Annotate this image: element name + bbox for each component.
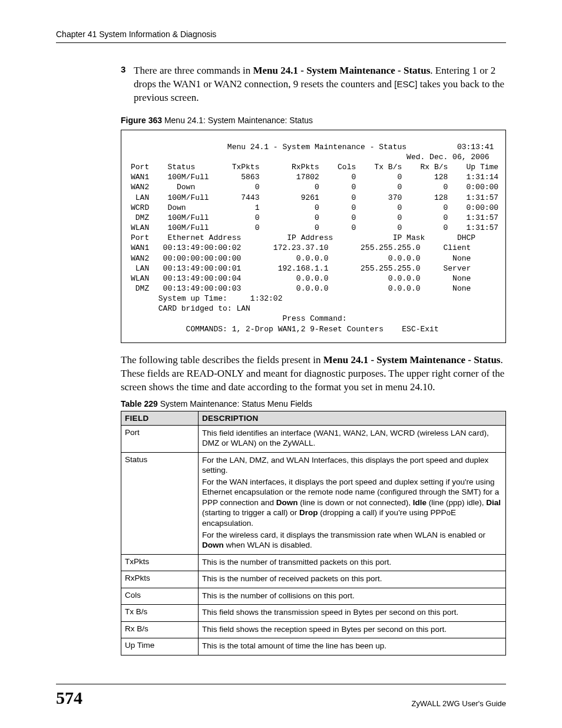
step-text: There are three commands in Menu 24.1 - … (134, 64, 506, 105)
table-row: Rx B/sThis field shows the reception spe… (121, 621, 506, 638)
terminal-line: DMZ 00:13:49:00:00:03 0.0.0.0 0.0.0.0 No… (131, 284, 496, 294)
col-description: DESCRIPTION (199, 411, 506, 425)
table-label: Table 229 (121, 399, 158, 409)
table-row: Tx B/sThis field shows the transmission … (121, 605, 506, 622)
field-description: This field shows the transmission speed … (199, 605, 506, 622)
bold-term: Down (276, 498, 298, 507)
guide-title: ZyWALL 2WG User's Guide (412, 699, 506, 708)
terminal-line: WAN2 00:00:00:00:00:00 0.0.0.0 0.0.0.0 N… (131, 253, 496, 263)
page: Chapter 41 System Information & Diagnosi… (0, 0, 562, 728)
field-description: This is the number of received packets o… (199, 571, 506, 588)
figure-label: Figure 363 (121, 116, 162, 125)
description-paragraph: This field identifies an interface (WAN1… (202, 428, 502, 449)
terminal-line: Press Command: (131, 314, 496, 324)
terminal-line: WAN2 Down 0 0 0 0 0 0:00:00 (131, 182, 496, 192)
text: There are three commands in (134, 65, 253, 76)
body-content: 3 There are three commands in Menu 24.1 … (121, 64, 506, 655)
field-name: TxPkts (121, 554, 199, 571)
terminal-line: WAN1 00:13:49:00:00:02 172.23.37.10 255.… (131, 243, 496, 253)
terminal-line: Port Ethernet Address IP Address IP Mask… (131, 233, 496, 243)
description-paragraph: This is the number of transmitted packet… (202, 557, 502, 568)
menu-title-bold: Menu 24.1 - System Maintenance - Status (323, 354, 501, 365)
field-name: RxPkts (121, 571, 199, 588)
terminal-line: DMZ 100M/Full 0 0 0 0 0 1:31:57 (131, 213, 496, 223)
table-row: PortThis field identifies an interface (… (121, 425, 506, 452)
field-description: This field shows the reception speed in … (199, 621, 506, 638)
table-caption: Table 229 System Maintenance: Status Men… (121, 399, 506, 409)
table-row: StatusFor the LAN, DMZ, and WLAN Interfa… (121, 452, 506, 554)
menu-title-bold: Menu 24.1 - System Maintenance - Status (253, 65, 431, 76)
page-footer: 574 ZyWALL 2WG User's Guide (56, 684, 506, 708)
terminal-line: Wed. Dec. 06, 2006 (131, 152, 496, 162)
bold-term: Dial (486, 498, 501, 507)
terminal-screenshot: Menu 24.1 - System Maintenance - Status … (121, 130, 506, 343)
table-row: ColsThis is the number of collisions on … (121, 588, 506, 605)
esc-key: [ESC] (394, 79, 417, 89)
table-row: Up TimeThis is the total amount of time … (121, 638, 506, 655)
figure-caption: Figure 363 Menu 24.1: System Maintenance… (121, 116, 506, 125)
terminal-line: Menu 24.1 - System Maintenance - Status … (131, 142, 496, 152)
step-number: 3 (121, 64, 134, 105)
bold-term: Idle (413, 498, 427, 507)
description-paragraph: For the wireless card, it displays the t… (202, 530, 502, 551)
step-3: 3 There are three commands in Menu 24.1 … (121, 64, 506, 105)
field-name: Status (121, 452, 199, 554)
table-row: RxPktsThis is the number of received pac… (121, 571, 506, 588)
table-title: System Maintenance: Status Menu Fields (158, 399, 312, 409)
terminal-line: WLAN 100M/Full 0 0 0 0 0 1:31:57 (131, 223, 496, 233)
field-name: Rx B/s (121, 621, 199, 638)
description-paragraph: This is the number of collisions on this… (202, 591, 502, 601)
table-row: TxPktsThis is the number of transmitted … (121, 554, 506, 571)
bold-term: Down (202, 541, 224, 549)
field-name: Cols (121, 588, 199, 605)
field-description: This field identifies an interface (WAN1… (199, 425, 506, 452)
terminal-line: Port Status TxPkts RxPkts Cols Tx B/s Rx… (131, 162, 496, 172)
terminal-line: LAN 00:13:49:00:00:01 192.168.1.1 255.25… (131, 263, 496, 274)
table-header-row: FIELD DESCRIPTION (121, 411, 506, 425)
description-paragraph: This field shows the reception speed in … (202, 624, 502, 635)
terminal-line: WCRD Down 1 0 0 0 0 0:00:00 (131, 203, 496, 213)
field-description: This is the number of collisions on this… (199, 588, 506, 605)
terminal-line: COMMANDS: 1, 2-Drop WAN1,2 9-Reset Count… (131, 324, 496, 334)
description-paragraph: For the WAN interfaces, it displays the … (202, 477, 502, 529)
paragraph-after-figure: The following table describes the fields… (121, 354, 506, 394)
description-paragraph: This is the number of received packets o… (202, 574, 502, 584)
field-name: Tx B/s (121, 605, 199, 622)
text: The following table describes the fields… (121, 354, 323, 365)
field-description: For the LAN, DMZ, and WLAN Interfaces, t… (199, 452, 506, 554)
field-description: This is the total amount of time the lin… (199, 638, 506, 655)
fields-table: FIELD DESCRIPTION PortThis field identif… (121, 411, 506, 655)
terminal-line: WLAN 00:13:49:00:00:04 0.0.0.0 0.0.0.0 N… (131, 274, 496, 284)
terminal-line: LAN 100M/Full 7443 9261 0 370 128 1:31:5… (131, 193, 496, 203)
description-paragraph: This field shows the transmission speed … (202, 607, 502, 618)
terminal-line: System up Time: 1:32:02 (131, 294, 496, 304)
col-field: FIELD (121, 411, 199, 425)
field-name: Up Time (121, 638, 199, 655)
terminal-line: CARD bridged to: LAN (131, 304, 496, 314)
bold-term: Drop (299, 508, 318, 517)
description-paragraph: This is the total amount of time the lin… (202, 641, 502, 651)
field-description: This is the number of transmitted packet… (199, 554, 506, 571)
field-name: Port (121, 425, 199, 452)
running-header: Chapter 41 System Information & Diagnosi… (56, 29, 506, 43)
description-paragraph: For the LAN, DMZ, and WLAN Interfaces, t… (202, 455, 502, 476)
page-number: 574 (56, 688, 82, 708)
figure-title: Menu 24.1: System Maintenance: Status (162, 116, 313, 125)
terminal-line: WAN1 100M/Full 5863 17802 0 0 128 1:31:1… (131, 172, 496, 182)
